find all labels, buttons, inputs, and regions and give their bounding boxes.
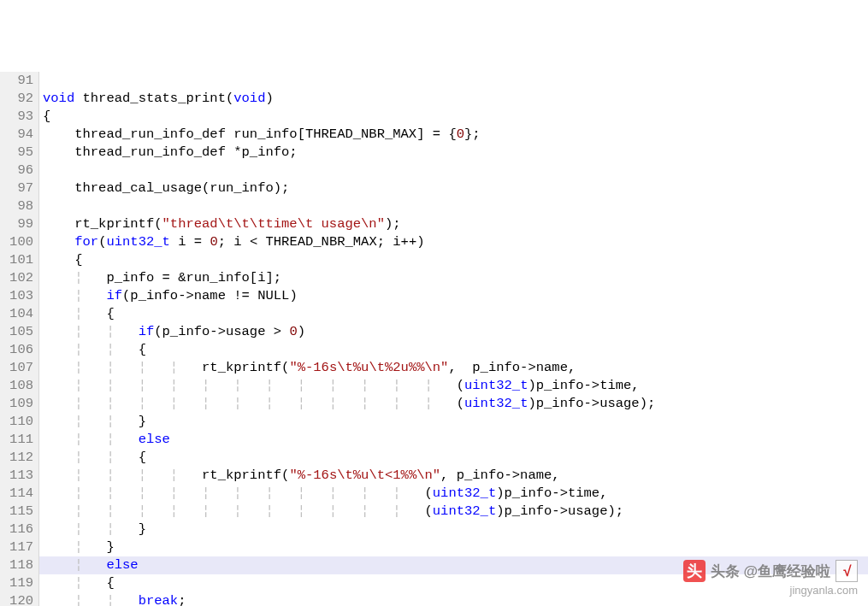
line-number: 97 <box>0 179 39 197</box>
code-line[interactable]: 97 thread_cal_usage(run_info); <box>0 179 868 197</box>
code-content[interactable]: void thread_stats_print(void) <box>39 90 274 108</box>
code-line[interactable]: 91 <box>0 72 868 90</box>
code-content[interactable]: for(uint32_t i = 0; i < THREAD_NBR_MAX; … <box>39 233 425 251</box>
code-content[interactable]: ¦ ¦ } <box>39 413 146 431</box>
line-number: 108 <box>0 377 39 395</box>
toutiao-logo-icon: 头 <box>683 560 706 582</box>
line-number: 120 <box>0 592 39 606</box>
line-number: 109 <box>0 395 39 413</box>
line-number: 114 <box>0 485 39 503</box>
code-content[interactable]: ¦ ¦ { <box>39 449 146 467</box>
code-line[interactable]: 95 thread_run_info_def *p_info; <box>0 144 868 162</box>
code-line[interactable]: 104 ¦ { <box>0 305 868 323</box>
code-line[interactable]: 106 ¦ ¦ { <box>0 341 868 359</box>
code-content[interactable]: ¦ { <box>39 305 115 323</box>
watermark-text: 头条 @鱼鹰经验啦 <box>711 562 830 580</box>
line-number: 99 <box>0 215 39 233</box>
line-number: 105 <box>0 323 39 341</box>
line-number: 113 <box>0 467 39 485</box>
code-line[interactable]: 93{ <box>0 108 868 126</box>
line-number: 117 <box>0 538 39 556</box>
line-number: 111 <box>0 431 39 449</box>
code-line[interactable]: 116 ¦ ¦ } <box>0 521 868 538</box>
line-number: 101 <box>0 251 39 269</box>
line-number: 112 <box>0 449 39 467</box>
code-content[interactable]: ¦ ¦ ¦ ¦ rt_kprintf("%-16s\t%u\t%2u%%\n",… <box>39 359 576 377</box>
code-content[interactable]: { <box>39 108 50 126</box>
code-content[interactable]: ¦ ¦ ¦ ¦ ¦ ¦ ¦ ¦ ¦ ¦ ¦ (uint32_t)p_info->… <box>39 485 607 503</box>
code-content[interactable]: ¦ ¦ { <box>39 341 146 359</box>
code-line[interactable]: 96 <box>0 162 868 179</box>
code-content[interactable]: ¦ ¦ ¦ ¦ ¦ ¦ ¦ ¦ ¦ ¦ ¦ ¦ (uint32_t)p_info… <box>39 377 640 395</box>
code-line[interactable]: 112 ¦ ¦ { <box>0 449 868 467</box>
code-content[interactable]: ¦ if(p_info->name != NULL) <box>39 287 298 305</box>
code-content[interactable]: ¦ } <box>39 538 115 556</box>
line-number: 94 <box>0 126 39 144</box>
code-line[interactable]: 120 ¦ ¦ break; <box>0 592 868 606</box>
code-line[interactable]: 92void thread_stats_print(void) <box>0 90 868 108</box>
code-line[interactable]: 114 ¦ ¦ ¦ ¦ ¦ ¦ ¦ ¦ ¦ ¦ ¦ (uint32_t)p_in… <box>0 485 868 503</box>
code-line[interactable]: 101 { <box>0 251 868 269</box>
code-line[interactable]: 102 ¦ p_info = &run_info[i]; <box>0 269 868 287</box>
watermark-site: jingyanla.com <box>790 581 859 599</box>
code-line[interactable]: 105 ¦ ¦ if(p_info->usage > 0) <box>0 323 868 341</box>
code-content[interactable]: ¦ ¦ ¦ ¦ ¦ ¦ ¦ ¦ ¦ ¦ ¦ ¦ (uint32_t)p_info… <box>39 395 655 413</box>
line-number: 116 <box>0 521 39 538</box>
line-number: 96 <box>0 162 39 179</box>
code-line[interactable]: 94 thread_run_info_def run_info[THREAD_N… <box>0 126 868 144</box>
line-number: 93 <box>0 108 39 126</box>
code-content[interactable]: thread_run_info_def *p_info; <box>39 144 298 162</box>
code-line[interactable]: 115 ¦ ¦ ¦ ¦ ¦ ¦ ¦ ¦ ¦ ¦ ¦ (uint32_t)p_in… <box>0 503 868 521</box>
code-content[interactable]: rt_kprintf("thread\t\t\ttime\t usage\n")… <box>39 215 401 233</box>
code-line[interactable]: 111 ¦ ¦ else <box>0 431 868 449</box>
line-number: 92 <box>0 90 39 108</box>
code-line[interactable]: 98 <box>0 197 868 215</box>
code-content[interactable]: thread_cal_usage(run_info); <box>39 179 289 197</box>
code-content[interactable]: { <box>39 251 83 269</box>
line-number: 118 <box>0 556 39 574</box>
code-line[interactable]: 113 ¦ ¦ ¦ ¦ rt_kprintf("%-16s\t%u\t<1%%\… <box>0 467 868 485</box>
code-content[interactable]: ¦ { <box>39 574 115 592</box>
code-content[interactable]: thread_run_info_def run_info[THREAD_NBR_… <box>39 126 481 144</box>
line-number: 110 <box>0 413 39 431</box>
code-editor[interactable]: 9192void thread_stats_print(void)93{94 t… <box>0 72 868 606</box>
code-content[interactable]: ¦ ¦ break; <box>39 592 186 606</box>
code-content[interactable]: ¦ ¦ } <box>39 521 146 538</box>
watermark: 头 头条 @鱼鹰经验啦 √ <box>683 560 858 582</box>
check-icon: √ <box>836 560 858 582</box>
line-number: 107 <box>0 359 39 377</box>
line-number: 104 <box>0 305 39 323</box>
code-line[interactable]: 103 ¦ if(p_info->name != NULL) <box>0 287 868 305</box>
line-number: 103 <box>0 287 39 305</box>
code-content[interactable]: ¦ else <box>39 556 139 574</box>
code-content[interactable]: ¦ ¦ ¦ ¦ ¦ ¦ ¦ ¦ ¦ ¦ ¦ (uint32_t)p_info->… <box>39 503 623 521</box>
code-line[interactable]: 100 for(uint32_t i = 0; i < THREAD_NBR_M… <box>0 233 868 251</box>
code-line[interactable]: 110 ¦ ¦ } <box>0 413 868 431</box>
line-number: 106 <box>0 341 39 359</box>
code-line[interactable]: 99 rt_kprintf("thread\t\t\ttime\t usage\… <box>0 215 868 233</box>
code-line[interactable]: 108 ¦ ¦ ¦ ¦ ¦ ¦ ¦ ¦ ¦ ¦ ¦ ¦ (uint32_t)p_… <box>0 377 868 395</box>
code-line[interactable]: 117 ¦ } <box>0 538 868 556</box>
code-content[interactable]: ¦ ¦ else <box>39 431 170 449</box>
line-number: 91 <box>0 72 39 90</box>
code-line[interactable]: 107 ¦ ¦ ¦ ¦ rt_kprintf("%-16s\t%u\t%2u%%… <box>0 359 868 377</box>
code-content[interactable]: ¦ ¦ if(p_info->usage > 0) <box>39 323 305 341</box>
code-content[interactable]: ¦ ¦ ¦ ¦ rt_kprintf("%-16s\t%u\t<1%%\n", … <box>39 467 560 485</box>
line-number: 98 <box>0 197 39 215</box>
line-number: 100 <box>0 233 39 251</box>
line-number: 95 <box>0 144 39 162</box>
line-number: 102 <box>0 269 39 287</box>
line-number: 119 <box>0 574 39 592</box>
code-line[interactable]: 109 ¦ ¦ ¦ ¦ ¦ ¦ ¦ ¦ ¦ ¦ ¦ ¦ (uint32_t)p_… <box>0 395 868 413</box>
code-content[interactable]: ¦ p_info = &run_info[i]; <box>39 269 281 287</box>
line-number: 115 <box>0 503 39 521</box>
